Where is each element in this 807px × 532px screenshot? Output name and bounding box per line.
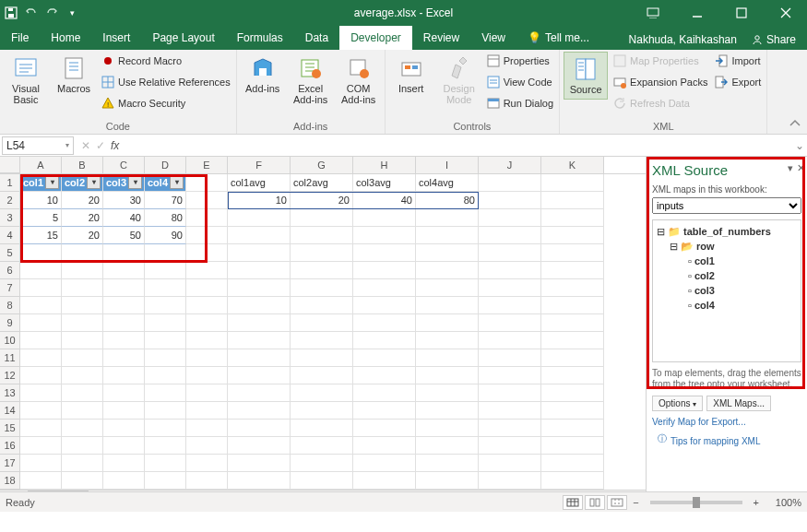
sheet-tab[interactable]: Sheet1 (28, 491, 89, 491)
cell[interactable] (291, 209, 353, 227)
ribbon-display-icon[interactable] (635, 0, 671, 26)
collapse-ribbon-icon[interactable] (789, 117, 801, 130)
row-header[interactable]: 7 (0, 279, 20, 297)
cell[interactable] (479, 455, 541, 472)
expand-formula-icon[interactable]: ⌄ (792, 139, 807, 152)
user-name[interactable]: Nakhuda, Kaihkashan (629, 33, 737, 46)
tab-view[interactable]: View (470, 26, 516, 50)
cell[interactable] (145, 367, 186, 384)
xml-tree[interactable]: ⊟📁table_of_numbers ⊟📂row ▫col1 ▫col2 ▫co… (652, 219, 801, 362)
excel-addins-button[interactable]: Excel Add-ins (289, 52, 333, 109)
cell[interactable]: 30 (103, 192, 145, 209)
cell[interactable] (353, 472, 416, 490)
refresh-data-button[interactable]: Refresh Data (611, 94, 709, 112)
cell[interactable] (145, 279, 186, 297)
cell[interactable] (145, 472, 186, 490)
row-header[interactable]: 9 (0, 314, 20, 332)
cell[interactable] (62, 244, 103, 262)
cell[interactable] (145, 437, 186, 455)
cell[interactable] (186, 472, 228, 490)
cell[interactable] (228, 437, 291, 455)
cell[interactable] (541, 402, 604, 420)
cell[interactable] (541, 332, 604, 349)
record-macro-button[interactable]: Record Macro (100, 52, 232, 70)
cell[interactable] (291, 227, 353, 244)
cell[interactable] (186, 437, 228, 455)
row-header[interactable]: 14 (0, 402, 20, 420)
tab-page-layout[interactable]: Page Layout (141, 26, 225, 50)
cell[interactable] (186, 209, 228, 227)
cell[interactable] (541, 279, 604, 297)
row-header[interactable]: 13 (0, 384, 20, 402)
cell[interactable] (479, 244, 541, 262)
cell[interactable] (20, 244, 62, 262)
cell[interactable] (62, 262, 103, 279)
cell[interactable] (62, 402, 103, 420)
cell[interactable] (416, 384, 479, 402)
cell[interactable] (145, 314, 186, 332)
pane-close-icon[interactable]: ✕ (797, 162, 805, 174)
cell[interactable]: col1avg (228, 174, 291, 192)
tree-node[interactable]: table_of_numbers (683, 224, 771, 239)
cell[interactable] (103, 279, 145, 297)
cell[interactable] (62, 420, 103, 437)
cell[interactable] (353, 244, 416, 262)
cell[interactable]: col2 (62, 174, 103, 192)
save-icon[interactable] (4, 6, 18, 20)
zoom-level[interactable]: 100% (765, 497, 801, 508)
col-header[interactable]: I (416, 157, 479, 173)
col-header[interactable]: K (541, 157, 604, 173)
cell[interactable] (353, 262, 416, 279)
zoom-out-button[interactable]: − (629, 497, 642, 508)
visual-basic-button[interactable]: Visual Basic (4, 52, 48, 109)
cell[interactable] (479, 262, 541, 279)
cell[interactable] (416, 279, 479, 297)
cell[interactable] (186, 367, 228, 384)
cell[interactable] (228, 227, 291, 244)
row-header[interactable]: 1 (0, 174, 20, 192)
cell[interactable] (103, 472, 145, 490)
cell[interactable]: 20 (291, 192, 353, 209)
cell[interactable] (479, 227, 541, 244)
cell[interactable] (416, 402, 479, 420)
cell[interactable] (416, 262, 479, 279)
cell[interactable] (416, 472, 479, 490)
col-header[interactable]: A (20, 157, 62, 173)
pane-options-icon[interactable]: ▾ (788, 162, 793, 174)
row-header[interactable]: 18 (0, 472, 20, 490)
cell[interactable] (541, 209, 604, 227)
cell[interactable] (62, 297, 103, 314)
row-header[interactable]: 2 (0, 192, 20, 209)
map-properties-button[interactable]: Map Properties (611, 52, 709, 70)
col-header[interactable]: G (291, 157, 353, 173)
cell[interactable] (479, 332, 541, 349)
enter-formula-icon[interactable]: ✓ (96, 139, 105, 152)
cell[interactable] (416, 209, 479, 227)
tab-home[interactable]: Home (40, 26, 91, 50)
row-header[interactable]: 15 (0, 420, 20, 437)
cell[interactable] (186, 402, 228, 420)
col-header[interactable]: E (186, 157, 228, 173)
cell[interactable] (291, 384, 353, 402)
cell[interactable] (186, 244, 228, 262)
tree-leaf[interactable]: col1 (694, 254, 715, 268)
cell[interactable] (62, 455, 103, 472)
cell[interactable]: 10 (228, 192, 291, 209)
cell[interactable] (103, 297, 145, 314)
cell[interactable] (145, 402, 186, 420)
cell[interactable] (62, 367, 103, 384)
cell[interactable]: col4 (145, 174, 186, 192)
cell[interactable] (186, 384, 228, 402)
formula-bar[interactable] (125, 136, 792, 155)
cell[interactable]: 40 (353, 192, 416, 209)
xml-maps-button[interactable]: XML Maps... (706, 396, 771, 411)
cell[interactable] (416, 332, 479, 349)
cell[interactable] (62, 384, 103, 402)
cell[interactable] (479, 402, 541, 420)
cell[interactable] (291, 279, 353, 297)
cell[interactable] (291, 420, 353, 437)
cell[interactable] (479, 174, 541, 192)
share-button[interactable]: Share (746, 30, 801, 50)
cell[interactable] (541, 174, 604, 192)
cell[interactable] (479, 367, 541, 384)
